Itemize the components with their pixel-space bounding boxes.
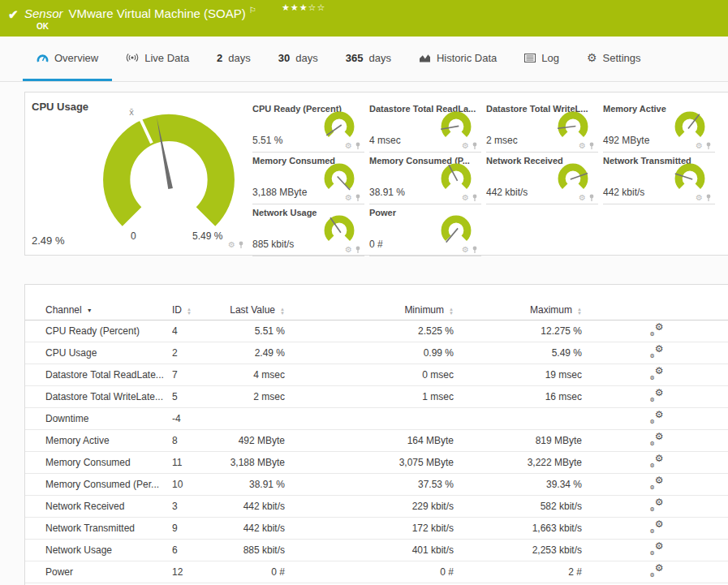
channel-minimum: 37.53 % [290,473,457,495]
priority-flag-icon[interactable]: ⚐ [249,6,256,15]
mini-gauge-grid: CPU Ready (Percent) 5.51 % ⚙ Datastore T… [246,92,728,255]
gauge-pin-icon[interactable] [472,142,478,150]
column-header-maximum[interactable]: Maximum▲▼ [457,300,585,320]
tab-2-days[interactable]: 2 days [203,37,265,81]
tab-historic-data[interactable]: Historic Data [405,37,510,81]
gauge-gear-icon[interactable]: ⚙ [696,194,703,202]
channel-name[interactable]: Memory Consumed [25,451,172,473]
tab-settings[interactable]: ⚙Settings [573,37,655,81]
gauge-pin-icon[interactable] [355,194,361,202]
sort-icon[interactable]: ▲▼ [577,308,582,316]
column-header-minimum[interactable]: Minimum▲▼ [290,300,457,320]
sensor-title-line: SensorVMware Virtual Machine (SOAP)⚐ [24,6,256,20]
tab-30-days[interactable]: 30 days [265,37,332,81]
mini-gauge-tile[interactable]: Network Usage 885 kbit/s ⚙ [252,206,364,256]
channel-name[interactable]: Memory Active [25,429,172,451]
tab-label: Overview [54,52,98,64]
channel-settings-gears-icon[interactable]: ⚙⚙ [650,499,664,511]
gauge-gear-icon[interactable]: ⚙ [579,194,586,202]
mini-gauge-tile[interactable]: Datastore Total ReadLa... 4 msec ⚙ [369,102,481,153]
mini-gauge-tile[interactable]: Datastore Total WriteL... 2 msec ⚙ [486,102,598,153]
channel-name[interactable]: Network Transmitted [25,517,172,539]
channel-name[interactable]: Datastore Total ReadLate... [25,363,172,385]
channel-name[interactable]: Network Received [25,495,172,517]
channel-maximum: 5.49 % [457,342,585,363]
gauge-pin-icon[interactable] [238,241,244,249]
mini-gauge-tile[interactable]: Power 0 # ⚙ [369,206,481,256]
column-header-id[interactable]: ID▲▼ [172,300,221,320]
channel-settings-gears-icon[interactable]: ⚙⚙ [650,368,664,380]
gauge-gear-icon[interactable]: ⚙ [345,194,352,202]
mini-gauge-tile[interactable]: Memory Active 492 MByte ⚙ [603,102,715,153]
channel-name[interactable]: Power [25,561,172,583]
gauge-pin-icon[interactable] [472,246,478,254]
gauge-gear-icon[interactable]: ⚙ [462,246,469,254]
tab-overview[interactable]: Overview [23,37,112,81]
gauge-gear-icon[interactable]: ⚙ [345,142,352,150]
gauge-pin-icon[interactable] [588,194,595,202]
channel-tools-cell: ⚙⚙ [585,342,728,363]
tab-365-days[interactable]: 365 days [332,37,405,81]
mini-gauge-tile[interactable]: Network Transmitted 442 kbit/s ⚙ [603,154,715,204]
channel-name[interactable]: Memory Consumed (Per... [25,473,172,495]
chart-icon [419,53,431,62]
channel-name[interactable]: Datastore Total WriteLate... [25,385,172,407]
gauge-gear-icon[interactable]: ⚙ [462,142,469,150]
channel-last-value: 5.51 % [221,320,290,342]
channel-name[interactable]: Downtime [25,407,172,429]
tab-log[interactable]: Log [510,37,573,81]
mini-gauge-tile[interactable]: Memory Consumed 3,188 MByte ⚙ [252,154,364,204]
gauge-pin-icon[interactable] [355,246,361,254]
gauge-gear-icon[interactable]: ⚙ [462,194,469,202]
mini-gauge-tile[interactable]: CPU Ready (Percent) 5.51 % ⚙ [252,102,364,153]
channel-id: 3 [172,495,221,517]
channel-settings-gears-icon[interactable]: ⚙⚙ [650,543,664,555]
table-row: Downtime-4⚙⚙ [25,407,728,429]
channel-settings-gears-icon[interactable]: ⚙⚙ [650,521,664,533]
mini-gauge-value: 38.91 % [369,187,405,198]
priority-stars[interactable]: ★★★☆☆ [282,2,325,13]
column-header-channel[interactable]: Channel▼ [25,300,172,320]
mini-gauge [553,159,593,196]
channel-last-value: 442 kbit/s [221,495,290,517]
channel-name[interactable]: Network Usage [25,539,172,561]
gauge-gear-icon[interactable]: ⚙ [345,246,352,254]
channel-settings-gears-icon[interactable]: ⚙⚙ [650,389,664,402]
channel-settings-gears-icon[interactable]: ⚙⚙ [650,433,664,445]
gauge-pin-icon[interactable] [705,142,712,150]
channel-settings-gears-icon[interactable]: ⚙⚙ [650,411,664,424]
mini-gauge-tile[interactable]: Memory Consumed (P... 38.91 % ⚙ [369,154,481,204]
column-header-last-value[interactable]: Last Value▲▼ [221,300,290,320]
gauge-gear-icon[interactable]: ⚙ [579,142,586,150]
channel-settings-gears-icon[interactable]: ⚙⚙ [650,324,664,336]
channel-settings-gears-icon[interactable]: ⚙⚙ [650,346,664,358]
gauge-gear-icon[interactable]: ⚙ [228,241,235,249]
sort-icon[interactable]: ▲▼ [187,308,192,316]
main-gauge-tools: ⚙ [228,241,244,249]
tab-label: days [228,52,250,64]
channel-settings-gears-icon[interactable]: ⚙⚙ [650,565,664,577]
table-row: Memory Consumed113,188 MByte3,075 MByte3… [25,451,728,473]
channel-settings-gears-icon[interactable]: ⚙⚙ [650,455,664,467]
channel-name[interactable]: CPU Ready (Percent) [25,320,172,342]
gauge-gear-icon[interactable]: ⚙ [696,142,703,150]
gauge-pin-icon[interactable] [355,142,361,150]
tab-number: 30 [278,52,290,64]
channel-name[interactable]: CPU Usage [25,342,172,363]
mini-gauge-tools: ⚙ [696,142,712,150]
gauge-pin-icon[interactable] [472,194,478,202]
tab-live-data[interactable]: Live Data [112,37,203,81]
sort-icon[interactable]: ▲▼ [449,308,454,316]
status-badge: OK [37,22,49,31]
gauge-pin-icon[interactable] [705,194,712,202]
sort-icon[interactable]: ▲▼ [280,308,285,316]
channel-tools-cell: ⚙⚙ [585,539,728,561]
channel-settings-gears-icon[interactable]: ⚙⚙ [650,477,664,489]
channel-id: 9 [172,517,221,539]
main-gauge-tile[interactable]: CPU Usage x̄ 0 5.49 % 2.49 % ⚙ [25,92,246,255]
mini-gauge-tile[interactable]: Network Received 442 kbit/s ⚙ [486,154,598,204]
channel-id: 7 [172,363,221,385]
column-header-label: Last Value [230,304,275,316]
gauge-pin-icon[interactable] [588,142,595,150]
sort-icon[interactable]: ▼ [87,308,93,313]
